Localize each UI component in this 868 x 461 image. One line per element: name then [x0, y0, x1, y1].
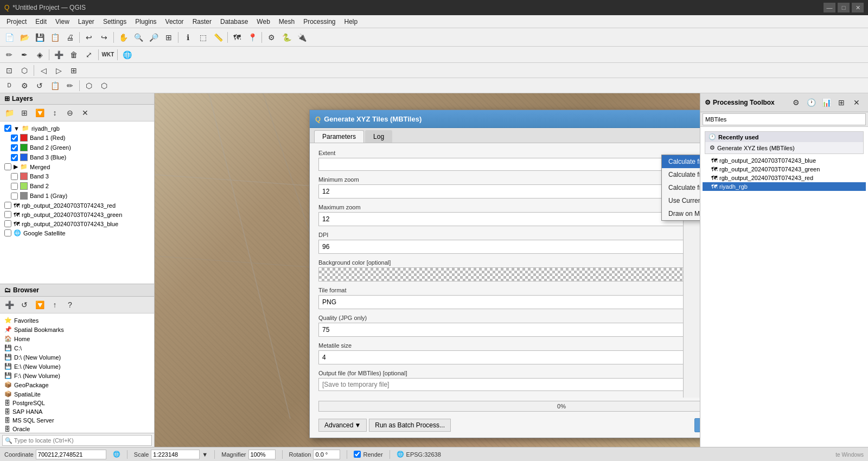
- save-project-btn[interactable]: 💾: [33, 30, 47, 44]
- processing-settings-btn[interactable]: ⚙: [789, 95, 803, 110]
- print-btn[interactable]: 🖨: [63, 30, 77, 44]
- select-btn[interactable]: ⬚: [196, 30, 210, 44]
- osm-btn[interactable]: D: [2, 79, 16, 93]
- layer-check-rgb-blue[interactable]: [4, 220, 11, 227]
- add-raster-btn[interactable]: 🗺: [230, 30, 244, 44]
- browser-sap[interactable]: 🗄 SAP HANA: [2, 407, 152, 416]
- close-window-button[interactable]: ✕: [852, 3, 864, 12]
- browser-f-drive[interactable]: 💾 F:\ (New Volume): [2, 371, 152, 380]
- menu-project[interactable]: Project: [2, 15, 31, 28]
- dpi-input[interactable]: [319, 240, 700, 253]
- browser-e-drive[interactable]: 💾 E:\ (New Volume): [2, 362, 152, 371]
- dropdown-calc-bookmark[interactable]: Calculate from Bookmark ▶: [662, 181, 700, 194]
- minimize-button[interactable]: —: [824, 3, 835, 12]
- filter-layers-btn[interactable]: 🔽: [33, 106, 47, 120]
- menu-database[interactable]: Database: [216, 15, 252, 28]
- scale-dropdown-btn[interactable]: ▼: [202, 451, 208, 458]
- layer-check-band2[interactable]: [11, 183, 18, 190]
- menu-view[interactable]: View: [51, 15, 74, 28]
- reload-btn[interactable]: ↺: [33, 79, 47, 93]
- browser-favorites[interactable]: ⭐ Favorites: [2, 316, 152, 325]
- menu-settings[interactable]: Settings: [99, 15, 131, 28]
- processing-history-btn[interactable]: 🕐: [804, 95, 818, 110]
- new-project-btn[interactable]: 📄: [2, 30, 16, 44]
- zoom-full-btn[interactable]: ⊞: [162, 30, 176, 44]
- snap-btn[interactable]: ⊡: [2, 63, 16, 78]
- scale-input[interactable]: [151, 450, 200, 459]
- browser-add-btn[interactable]: ➕: [2, 298, 16, 312]
- delete-feature-btn[interactable]: 🗑: [67, 48, 81, 62]
- dropdown-use-canvas[interactable]: Use Current Map Canvas Extent: [662, 194, 700, 207]
- layer-item-band3[interactable]: Band 3: [2, 171, 152, 181]
- bg-color-swatch[interactable]: [318, 267, 700, 281]
- locate-input[interactable]: [2, 435, 152, 446]
- layer-check-rgb-red[interactable]: [4, 202, 11, 209]
- browser-geopackage[interactable]: 📦 GeoPackage: [2, 380, 152, 389]
- menu-help[interactable]: Help: [340, 15, 362, 28]
- processing-item-rgb-red[interactable]: 🗺 rgb_output_20240703T074243_red: [703, 174, 866, 182]
- layer-check-merged[interactable]: [4, 163, 11, 170]
- maximize-button[interactable]: □: [838, 3, 850, 12]
- layer-check-band-green[interactable]: [11, 144, 18, 151]
- extra2-btn[interactable]: ✏: [63, 79, 77, 93]
- max-zoom-input[interactable]: [319, 213, 700, 226]
- tile-format-select[interactable]: PNG ▼: [318, 295, 700, 309]
- coordinate-input[interactable]: [36, 450, 106, 459]
- processing-item-generate-xyz[interactable]: ⚙ Generate XYZ tiles (MBTiles): [707, 143, 861, 152]
- browser-d-drive[interactable]: 💾 D:\ (New Volume): [2, 353, 152, 362]
- menu-plugins[interactable]: Plugins: [131, 15, 161, 28]
- menu-processing[interactable]: Processing: [299, 15, 340, 28]
- browser-oracle[interactable]: 🗄 Oracle: [2, 425, 152, 433]
- menu-mesh[interactable]: Mesh: [275, 15, 299, 28]
- extra3-btn[interactable]: ⬡: [82, 79, 96, 93]
- zoom-out-btn[interactable]: 🔎: [146, 30, 161, 44]
- layer-item-band1gray[interactable]: Band 1 (Gray): [2, 191, 152, 201]
- processing-item-rgb-blue[interactable]: 🗺 rgb_output_20240703T074243_blue: [703, 156, 866, 165]
- settings2-btn[interactable]: ⚙: [17, 79, 31, 93]
- processing-item-riyadh-rgb[interactable]: 🗺 riyadh_rgb: [703, 182, 866, 191]
- browser-mssql[interactable]: 🗄 MS SQL Server: [2, 416, 152, 425]
- open-project-btn[interactable]: 📂: [17, 30, 31, 44]
- browser-refresh-btn[interactable]: ↺: [17, 298, 31, 312]
- layer-check-rgb-green[interactable]: [4, 211, 11, 218]
- tab-log[interactable]: Log: [365, 130, 392, 143]
- browser-spatialite[interactable]: 📦 SpatiaLite: [2, 389, 152, 399]
- plugin-btn[interactable]: 🔌: [295, 30, 309, 44]
- redo-btn[interactable]: ↪: [97, 30, 111, 44]
- python-btn[interactable]: 🐍: [279, 30, 293, 44]
- map-area[interactable]: Q Generate XYZ Tiles (MBTiles) ✕ Paramet…: [155, 93, 700, 447]
- magnifier-input[interactable]: [248, 450, 276, 459]
- layer-check-band3[interactable]: [11, 173, 18, 180]
- processing-btn[interactable]: ⚙: [264, 30, 278, 44]
- quality-input[interactable]: [319, 323, 700, 336]
- layer-item-google[interactable]: 🌐 Google Satellite: [2, 228, 152, 238]
- layer-check-riyadh-rgb[interactable]: [4, 125, 11, 132]
- browser-postgresql[interactable]: 🗄 PostgreSQL: [2, 399, 152, 407]
- save-as-btn[interactable]: 📋: [48, 30, 62, 44]
- menu-edit[interactable]: Edit: [31, 15, 51, 28]
- layer-item-riyadh-rgb[interactable]: ▼ 📁 riyadh_rgb: [2, 124, 152, 133]
- rotation-input[interactable]: [313, 450, 340, 459]
- add-vector-btn[interactable]: 📍: [245, 30, 259, 44]
- remove-layer-btn[interactable]: ✕: [78, 106, 92, 120]
- menu-vector[interactable]: Vector: [161, 15, 188, 28]
- dropdown-calc-layout[interactable]: Calculate from Layout Map ▶: [662, 168, 700, 181]
- undo-btn[interactable]: ↩: [82, 30, 96, 44]
- identify-btn[interactable]: ℹ: [181, 30, 195, 44]
- layer-item-band2[interactable]: Band 2: [2, 181, 152, 191]
- layer-item-rgb-red[interactable]: 🗺 rgb_output_20240703T074243_red: [2, 201, 152, 210]
- processing-close-btn[interactable]: ✕: [850, 95, 864, 110]
- output-input[interactable]: [318, 378, 700, 391]
- extra1-btn[interactable]: 📋: [48, 79, 62, 93]
- advanced-button[interactable]: Advanced ▼: [318, 419, 367, 432]
- browser-up-btn[interactable]: ↑: [48, 298, 62, 312]
- min-zoom-input[interactable]: [319, 185, 700, 198]
- layer-item-band-red[interactable]: Band 1 (Red): [2, 133, 152, 143]
- add-feature-btn[interactable]: ➕: [52, 48, 66, 62]
- menu-raster[interactable]: Raster: [188, 15, 216, 28]
- menu-web[interactable]: Web: [252, 15, 274, 28]
- prev-extent-btn[interactable]: ◁: [36, 63, 50, 78]
- node-tool-btn[interactable]: ◈: [33, 48, 47, 62]
- collapse-all-btn[interactable]: ⊖: [63, 106, 77, 120]
- pan-btn[interactable]: ✋: [116, 30, 130, 44]
